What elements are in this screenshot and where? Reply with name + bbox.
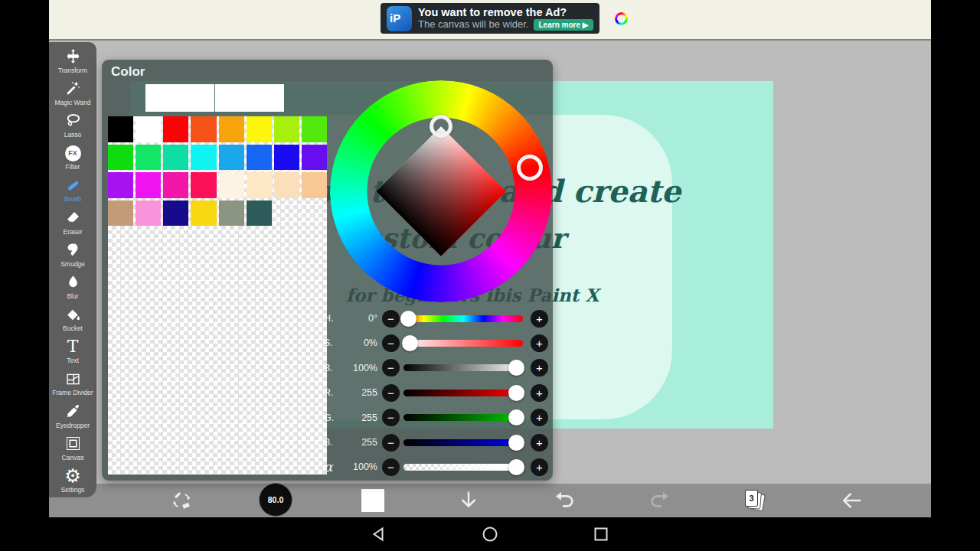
palette-swatch[interactable] (219, 116, 244, 142)
palette-swatch[interactable] (247, 201, 272, 227)
palette-empty-slot[interactable] (274, 201, 299, 227)
palette-swatch[interactable] (163, 116, 188, 142)
learn-more-button[interactable]: Learn more ▶ (534, 19, 594, 31)
android-home-button[interactable] (480, 524, 500, 544)
slider-thumb[interactable] (508, 435, 524, 451)
back-button[interactable] (835, 484, 868, 517)
hue-selector[interactable] (517, 155, 543, 181)
slider-value: 255 (344, 412, 377, 423)
current-color-swatch[interactable] (145, 84, 214, 112)
tool-label: Brush (64, 195, 81, 203)
slider-minus-button[interactable]: − (382, 310, 400, 328)
palette-swatch[interactable] (136, 145, 161, 171)
current-color-button[interactable] (356, 484, 390, 517)
sat-slider-track[interactable] (403, 340, 523, 347)
palette-swatch[interactable] (136, 172, 161, 198)
slider-thumb[interactable] (508, 459, 524, 475)
palette-swatch[interactable] (108, 201, 133, 227)
slider-plus-button[interactable]: + (531, 310, 548, 328)
sidebar-item-lasso[interactable]: Lasso (49, 109, 96, 141)
palette-swatch[interactable] (247, 116, 272, 142)
palette-swatch[interactable] (191, 116, 216, 142)
palette-swatch[interactable] (219, 145, 244, 171)
palette-empty-slot[interactable] (302, 201, 327, 227)
palette-swatch[interactable] (302, 116, 327, 142)
slider-thumb[interactable] (402, 335, 418, 351)
slider-plus-button[interactable]: + (531, 458, 548, 476)
green-slider-track[interactable] (403, 414, 523, 421)
brush-eraser-swap-button[interactable] (165, 484, 198, 517)
slider-thumb[interactable] (508, 409, 524, 425)
android-back-button[interactable] (369, 524, 389, 544)
palette-swatch[interactable] (302, 145, 327, 171)
blue-slider-track[interactable] (403, 439, 523, 446)
palette-swatch[interactable] (191, 172, 216, 198)
palette-swatch[interactable] (136, 201, 161, 227)
slider-minus-button[interactable]: − (382, 458, 400, 476)
slider-minus-button[interactable]: − (382, 409, 400, 426)
palette-swatch[interactable] (108, 145, 133, 171)
palette-swatch[interactable] (247, 172, 272, 198)
tool-label: Filter (66, 163, 80, 171)
tool-label: Blur (67, 292, 78, 300)
sidebar-item-settings[interactable]: ⚙Settings (49, 464, 96, 496)
palette-swatch[interactable] (274, 172, 299, 198)
sidebar-item-blur[interactable]: Blur (49, 270, 96, 302)
palette-swatch[interactable] (191, 145, 216, 171)
slider-minus-button[interactable]: − (382, 384, 400, 402)
palette-swatch[interactable] (219, 172, 244, 198)
slider-plus-button[interactable]: + (531, 384, 548, 402)
palette-swatch[interactable] (108, 172, 133, 198)
palette-swatch[interactable] (136, 116, 161, 142)
bri-slider-track[interactable] (403, 364, 523, 371)
sidebar-item-frame-divider[interactable]: Frame Divider (49, 367, 96, 399)
slider-plus-button[interactable]: + (531, 409, 548, 426)
slider-plus-button[interactable]: + (531, 359, 548, 377)
brush-size-button[interactable]: 80.0 (259, 483, 292, 517)
slider-thumb[interactable] (400, 311, 416, 327)
sidebar-item-canvas[interactable]: Canvas (49, 432, 96, 464)
palette-swatch[interactable] (302, 172, 327, 198)
sv-selector[interactable] (430, 115, 452, 138)
bucket-icon (64, 305, 82, 324)
slider-label: R. (324, 387, 344, 398)
slider-thumb[interactable] (508, 360, 524, 376)
palette-swatch[interactable] (163, 145, 188, 171)
sidebar-item-filter[interactable]: FXFilter (49, 142, 96, 174)
slider-minus-button[interactable]: − (382, 434, 400, 452)
palette-swatch[interactable] (247, 145, 272, 171)
slider-plus-button[interactable]: + (531, 334, 548, 352)
palette-swatch[interactable] (108, 116, 133, 142)
red-slider-track[interactable] (403, 390, 523, 396)
palette-swatch[interactable] (163, 201, 188, 227)
ad-banner[interactable]: iP You want to remove the Ad? The canvas… (381, 3, 599, 34)
slider-row-sat: S.0%−+ (324, 331, 553, 355)
palette-swatch[interactable] (191, 201, 216, 227)
sidebar-item-eyedropper[interactable]: Eyedropper (49, 399, 96, 432)
palette-swatch[interactable] (219, 201, 244, 227)
slider-label: H. (324, 313, 344, 324)
sidebar-item-eraser[interactable]: Eraser (49, 206, 96, 238)
palette-swatch[interactable] (274, 116, 299, 142)
sidebar-item-transform[interactable]: Transform (49, 44, 96, 77)
layers-button[interactable]: 3 (739, 484, 773, 517)
redo-button[interactable] (643, 484, 677, 517)
hue-slider-track[interactable] (403, 315, 523, 322)
sidebar-item-text[interactable]: TText (49, 335, 96, 367)
undo-button[interactable] (547, 484, 581, 517)
save-down-button[interactable] (452, 484, 485, 517)
sidebar-item-bucket[interactable]: Bucket (49, 303, 96, 335)
palette-swatch[interactable] (274, 145, 299, 171)
android-recents-button[interactable] (591, 524, 611, 544)
slider-minus-button[interactable]: − (382, 334, 400, 352)
sidebar-item-smudge[interactable]: Smudge (49, 238, 96, 270)
sidebar-item-magic-wand[interactable]: Magic Wand (49, 77, 96, 109)
slider-value: 255 (344, 387, 377, 398)
palette-swatch[interactable] (163, 172, 188, 198)
previous-color-swatch[interactable] (215, 84, 284, 112)
sidebar-item-brush[interactable]: Brush (49, 174, 96, 206)
slider-minus-button[interactable]: − (382, 359, 400, 377)
alpha-slider-track[interactable] (403, 464, 523, 471)
slider-thumb[interactable] (508, 385, 524, 401)
slider-plus-button[interactable]: + (531, 434, 548, 452)
